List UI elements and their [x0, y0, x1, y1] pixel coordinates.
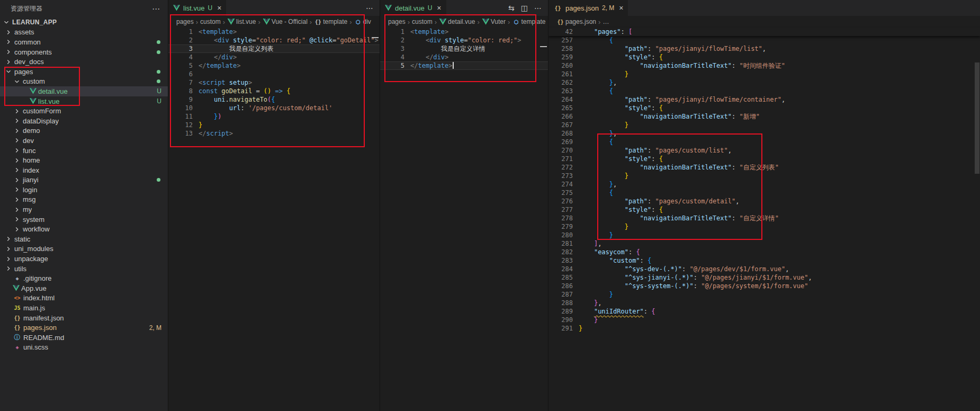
code-line[interactable]: 264 "path": "pages/jianyi/flowTime/conta…: [549, 95, 980, 104]
close-icon[interactable]: ×: [217, 4, 221, 12]
code-line[interactable]: 262 },: [549, 78, 980, 87]
close-icon[interactable]: ×: [437, 4, 441, 12]
code-line[interactable]: 280 }: [549, 231, 980, 239]
code-line[interactable]: 288 },: [549, 299, 980, 307]
code-line[interactable]: 5</template>: [168, 61, 380, 70]
code-line[interactable]: 4 </div>: [380, 53, 548, 61]
code-line[interactable]: 284 "^sys-dev-(.*)": "@/pages/dev/$1/for…: [549, 265, 980, 273]
line-number[interactable]: 281: [549, 239, 573, 248]
line-number[interactable]: 263: [549, 87, 573, 95]
sticky-scroll-line[interactable]: 42 "pages": [: [549, 28, 980, 36]
line-number[interactable]: 284: [549, 265, 573, 273]
line-number[interactable]: 286: [549, 282, 573, 290]
line-number[interactable]: 2: [168, 36, 193, 44]
code-line[interactable]: 290 }: [549, 316, 980, 324]
line-number[interactable]: 42: [549, 28, 573, 36]
tree-folder-static[interactable]: static: [0, 234, 168, 244]
code-line[interactable]: 3 我是自定义列表: [168, 44, 380, 53]
line-number[interactable]: 282: [549, 248, 573, 256]
open-changes-icon[interactable]: ⇆: [508, 4, 515, 12]
line-number[interactable]: 273: [549, 172, 573, 180]
line-number[interactable]: 285: [549, 273, 573, 282]
tree-folder-pages[interactable]: pages: [0, 67, 168, 77]
line-number[interactable]: 1: [168, 28, 193, 36]
line-number[interactable]: 270: [549, 146, 573, 155]
code-line[interactable]: 259 "style": {: [549, 53, 980, 61]
code-line[interactable]: 11 }): [168, 112, 380, 121]
tree-folder-demo[interactable]: demo: [0, 126, 168, 136]
tree-file-app-vue[interactable]: App.vue: [0, 283, 168, 293]
code-line[interactable]: 2 <div style="color: red;" @click="goDet…: [168, 36, 380, 44]
line-number[interactable]: 287: [549, 290, 573, 299]
code-line[interactable]: 289 "uniIdRouter": {: [549, 307, 980, 316]
line-number[interactable]: 288: [549, 299, 573, 307]
line-number[interactable]: 265: [549, 104, 573, 112]
code-line[interactable]: 279 }: [549, 222, 980, 231]
tree-folder-datadisplay[interactable]: dataDisplay: [0, 116, 168, 126]
line-number[interactable]: 283: [549, 256, 573, 265]
code-line[interactable]: 291}: [549, 324, 980, 333]
more-actions-icon[interactable]: ⋯: [152, 4, 160, 14]
line-number[interactable]: 278: [549, 214, 573, 222]
line-number[interactable]: 1: [380, 28, 404, 36]
tab-pages-json[interactable]: {}pages.json2, M×: [549, 0, 628, 16]
line-number[interactable]: 4: [168, 53, 193, 61]
tree-folder-my[interactable]: my: [0, 204, 168, 215]
line-number[interactable]: 6: [168, 70, 193, 78]
tree-file-pages-json[interactable]: {}pages.json2, M: [0, 323, 168, 333]
line-number[interactable]: 10: [168, 104, 193, 112]
code-line[interactable]: 3 我是自定义详情: [380, 44, 548, 53]
tree-file-index-html[interactable]: <>index.html: [0, 293, 168, 303]
code-line[interactable]: 10 url: '/pages/custom/detail': [168, 104, 380, 112]
tree-file-gitignore[interactable]: ◆.gitignore: [0, 273, 168, 283]
code-line[interactable]: 266 "navigationBarTitleText": "新增": [549, 112, 980, 121]
line-number[interactable]: 5: [168, 61, 193, 70]
code-editor[interactable]: 1<template>2 <div style="color: red;">3 …: [380, 28, 548, 70]
tree-folder-unpackage[interactable]: unpackage: [0, 254, 168, 264]
tree-file-uni-scss[interactable]: ◈uni.scss: [0, 343, 168, 353]
breadcrumb-item-div[interactable]: div: [363, 18, 371, 25]
more-actions-icon[interactable]: ⋯: [366, 4, 373, 12]
line-number[interactable]: 4: [380, 53, 404, 61]
line-number[interactable]: 269: [549, 138, 573, 146]
code-line[interactable]: 12}: [168, 121, 380, 129]
line-number[interactable]: 12: [168, 121, 193, 129]
line-number[interactable]: 261: [549, 70, 573, 78]
line-number[interactable]: 274: [549, 180, 573, 189]
line-number[interactable]: 268: [549, 129, 573, 138]
line-number[interactable]: 290: [549, 316, 573, 324]
line-number[interactable]: 276: [549, 197, 573, 206]
scrollbar-thumb[interactable]: [975, 62, 979, 174]
line-number[interactable]: 262: [549, 78, 573, 87]
code-editor[interactable]: 1<template>2 <div style="color: red;" @c…: [168, 28, 380, 138]
tree-file-list-vue[interactable]: list.vueU: [0, 96, 168, 106]
line-number[interactable]: 277: [549, 206, 573, 214]
code-line[interactable]: 1<template>: [380, 28, 548, 36]
line-number[interactable]: 3: [168, 44, 193, 53]
line-number[interactable]: 8: [168, 87, 193, 95]
breadcrumb-item-template[interactable]: template: [323, 18, 347, 25]
code-line[interactable]: 4 </div>: [168, 53, 380, 61]
breadcrumb-item-vue-official[interactable]: Vue - Official: [272, 18, 308, 25]
code-line[interactable]: 261 }: [549, 70, 980, 78]
code-line[interactable]: 283 "custom": {: [549, 256, 980, 265]
tree-folder-common[interactable]: common: [0, 37, 168, 47]
breadcrumb-item-template[interactable]: template: [521, 18, 545, 25]
breadcrumb-item-custom[interactable]: custom: [200, 18, 221, 25]
line-number[interactable]: 267: [549, 121, 573, 129]
code-line[interactable]: 276 "path": "pages/custom/detail",: [549, 197, 980, 206]
breadcrumb-item-[interactable]: …: [603, 18, 609, 25]
code-line[interactable]: 287 }: [549, 290, 980, 299]
breadcrumb-item-custom[interactable]: custom: [412, 18, 433, 25]
tree-folder-dev-docs[interactable]: dev_docs: [0, 57, 168, 67]
line-number[interactable]: 260: [549, 61, 573, 70]
line-number[interactable]: 279: [549, 222, 573, 231]
tree-folder-msg[interactable]: msg: [0, 195, 168, 205]
tree-folder-jianyi[interactable]: jianyi: [0, 175, 168, 185]
tree-folder-index[interactable]: index: [0, 165, 168, 175]
tree-folder-customform[interactable]: customForm: [0, 106, 168, 116]
line-number[interactable]: 289: [549, 307, 573, 316]
tree-folder-utils[interactable]: utils: [0, 264, 168, 274]
code-line[interactable]: 286 "^sys-system-(.*)": "@/pages/system/…: [549, 282, 980, 290]
code-line[interactable]: 258 "path": "pages/jianyi/flowTime/list"…: [549, 44, 980, 53]
